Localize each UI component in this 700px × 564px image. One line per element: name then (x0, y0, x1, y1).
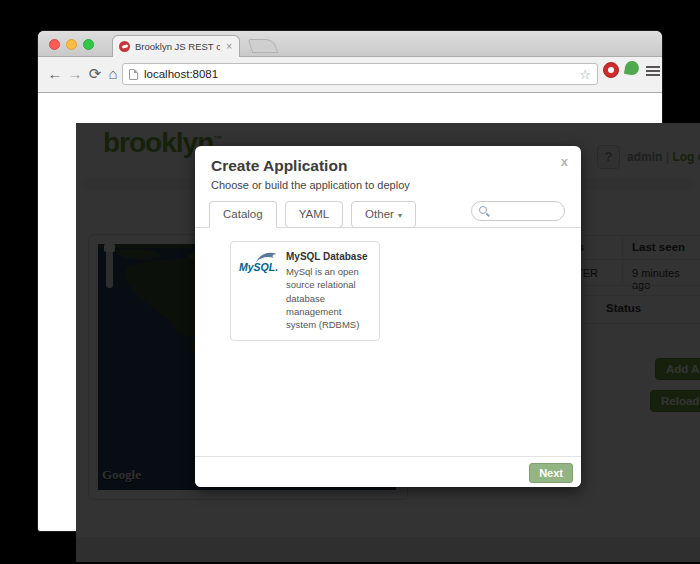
chrome-menu-icon[interactable] (646, 66, 660, 78)
browser-toolbar: ← → ⟳ ⌂ localhost:8081 ☆ (38, 57, 662, 93)
tab-title: Brooklyn JS REST client (135, 41, 220, 52)
create-application-modal: Create Application Choose or build the a… (195, 146, 581, 487)
modal-footer: Next (195, 456, 581, 487)
page-icon (129, 69, 138, 80)
tab-yaml[interactable]: YAML (285, 201, 343, 228)
modal-tabs: Catalog YAML Other▾ (209, 201, 416, 228)
new-tab-button[interactable] (248, 39, 279, 53)
browser-titlebar: Brooklyn JS REST client × (38, 31, 662, 57)
brooklyn-favicon-icon (119, 41, 130, 52)
close-icon[interactable]: x (561, 154, 568, 169)
tab-other[interactable]: Other▾ (351, 201, 416, 228)
next-button[interactable]: Next (529, 463, 573, 483)
catalog-item-body: MySQL Database MySql is an open source r… (286, 251, 371, 331)
window-controls (49, 39, 94, 50)
modal-subtitle: Choose or build the application to deplo… (211, 179, 410, 191)
refresh-icon[interactable]: ⟳ (86, 64, 104, 84)
pin-extension-icon[interactable] (624, 60, 640, 76)
screenshot-stage: Brooklyn JS REST client × ← → ⟳ ⌂ localh… (0, 0, 700, 564)
search-icon (479, 206, 487, 214)
address-bar[interactable]: localhost:8081 ☆ (122, 63, 598, 85)
tab-catalog[interactable]: Catalog (209, 201, 277, 228)
minimize-window-icon[interactable] (66, 39, 77, 50)
close-window-icon[interactable] (49, 39, 60, 50)
mysql-dolphin-icon (255, 251, 279, 263)
tab-close-icon[interactable]: × (225, 41, 233, 52)
adblock-extension-icon[interactable] (603, 62, 619, 78)
catalog-item-title: MySQL Database (286, 251, 371, 262)
url-text[interactable]: localhost:8081 (144, 68, 573, 80)
browser-window: Brooklyn JS REST client × ← → ⟳ ⌂ localh… (38, 31, 662, 531)
catalog-search-box[interactable] (471, 201, 565, 221)
zoom-window-icon[interactable] (83, 39, 94, 50)
catalog-item-mysql[interactable]: MySQL. MySQL Database MySql is an open s… (230, 241, 380, 341)
browser-tab[interactable]: Brooklyn JS REST client × (112, 35, 240, 57)
catalog-item-description: MySql is an open source relational datab… (286, 265, 371, 331)
search-input[interactable] (492, 203, 560, 219)
back-icon[interactable]: ← (46, 64, 64, 84)
tab-other-label: Other (365, 208, 394, 220)
bookmark-star-icon[interactable]: ☆ (579, 67, 591, 82)
chevron-down-icon: ▾ (398, 211, 402, 220)
forward-icon[interactable]: → (66, 64, 84, 84)
home-icon[interactable]: ⌂ (104, 64, 122, 84)
modal-title: Create Application (211, 157, 347, 175)
mysql-logo: MySQL. (239, 251, 279, 331)
